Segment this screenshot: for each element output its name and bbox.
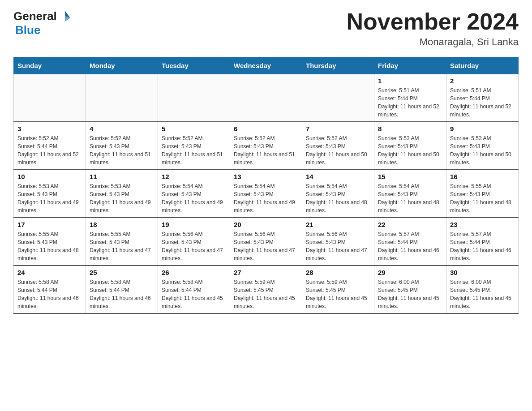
day-info: Sunrise: 5:58 AM Sunset: 5:44 PM Dayligh… [17,278,82,310]
day-number: 27 [234,269,298,276]
day-info: Sunrise: 5:55 AM Sunset: 5:43 PM Dayligh… [450,182,515,214]
calendar-cell: 12Sunrise: 5:54 AM Sunset: 5:43 PM Dayli… [158,170,230,218]
day-number: 16 [450,173,515,180]
day-number: 3 [17,125,82,133]
calendar-cell: 23Sunrise: 5:57 AM Sunset: 5:44 PM Dayli… [446,218,519,265]
day-number: 24 [17,269,82,276]
day-number: 15 [378,173,442,180]
day-number: 8 [378,125,442,133]
col-sunday: Sunday [14,57,86,74]
week-row-3: 10Sunrise: 5:53 AM Sunset: 5:43 PM Dayli… [14,170,519,218]
col-tuesday: Tuesday [158,57,230,74]
day-number: 19 [162,221,226,228]
calendar-cell: 16Sunrise: 5:55 AM Sunset: 5:43 PM Dayli… [446,170,519,218]
calendar-cell: 11Sunrise: 5:53 AM Sunset: 5:43 PM Dayli… [86,170,158,218]
calendar-cell: 28Sunrise: 5:59 AM Sunset: 5:45 PM Dayli… [302,265,374,313]
calendar-cell: 3Sunrise: 5:52 AM Sunset: 5:44 PM Daylig… [14,122,86,170]
day-info: Sunrise: 5:59 AM Sunset: 5:45 PM Dayligh… [234,278,298,310]
day-info: Sunrise: 5:57 AM Sunset: 5:44 PM Dayligh… [378,230,442,262]
calendar-cell: 22Sunrise: 5:57 AM Sunset: 5:44 PM Dayli… [374,218,446,265]
calendar-cell: 25Sunrise: 5:58 AM Sunset: 5:44 PM Dayli… [86,265,158,313]
day-number: 5 [162,125,226,133]
day-number: 13 [234,173,298,180]
day-number: 2 [450,77,515,85]
calendar-cell: 10Sunrise: 5:53 AM Sunset: 5:43 PM Dayli… [14,170,86,218]
day-info: Sunrise: 5:58 AM Sunset: 5:44 PM Dayligh… [162,278,226,310]
day-number: 11 [90,173,154,180]
day-number: 30 [450,269,515,276]
day-info: Sunrise: 5:54 AM Sunset: 5:43 PM Dayligh… [378,182,442,214]
day-info: Sunrise: 5:55 AM Sunset: 5:43 PM Dayligh… [90,230,154,262]
day-number: 14 [306,173,370,180]
calendar-cell [14,74,86,122]
page-title: November 2024 [347,9,519,34]
day-number: 6 [234,125,298,133]
calendar-cell: 26Sunrise: 5:58 AM Sunset: 5:44 PM Dayli… [158,265,230,313]
day-info: Sunrise: 6:00 AM Sunset: 5:45 PM Dayligh… [378,278,442,310]
day-info: Sunrise: 5:54 AM Sunset: 5:43 PM Dayligh… [306,182,370,214]
page-subtitle: Monaragala, Sri Lanka [347,36,519,48]
week-row-4: 17Sunrise: 5:55 AM Sunset: 5:43 PM Dayli… [14,218,519,265]
col-monday: Monday [86,57,158,74]
calendar-cell: 13Sunrise: 5:54 AM Sunset: 5:43 PM Dayli… [230,170,302,218]
calendar-cell [158,74,230,122]
col-wednesday: Wednesday [230,57,302,74]
calendar-cell [230,74,302,122]
day-number: 28 [306,269,370,276]
calendar-cell: 4Sunrise: 5:52 AM Sunset: 5:43 PM Daylig… [86,122,158,170]
day-number: 4 [90,125,154,133]
logo-blue-text: Blue [15,23,40,37]
day-info: Sunrise: 5:54 AM Sunset: 5:43 PM Dayligh… [162,182,226,214]
day-info: Sunrise: 5:52 AM Sunset: 5:44 PM Dayligh… [17,134,82,167]
day-info: Sunrise: 5:52 AM Sunset: 5:43 PM Dayligh… [162,134,226,167]
col-thursday: Thursday [302,57,374,74]
calendar-cell: 21Sunrise: 5:56 AM Sunset: 5:43 PM Dayli… [302,218,374,265]
calendar-cell [302,74,374,122]
calendar-cell: 19Sunrise: 5:56 AM Sunset: 5:43 PM Dayli… [158,218,230,265]
day-number: 21 [306,221,370,228]
col-saturday: Saturday [446,57,519,74]
day-number: 7 [306,125,370,133]
calendar-cell: 8Sunrise: 5:53 AM Sunset: 5:43 PM Daylig… [374,122,446,170]
day-info: Sunrise: 5:53 AM Sunset: 5:43 PM Dayligh… [90,182,154,214]
calendar-cell: 15Sunrise: 5:54 AM Sunset: 5:43 PM Dayli… [374,170,446,218]
day-info: Sunrise: 5:53 AM Sunset: 5:43 PM Dayligh… [17,182,82,214]
day-info: Sunrise: 5:56 AM Sunset: 5:43 PM Dayligh… [306,230,370,262]
day-number: 9 [450,125,515,133]
col-friday: Friday [374,57,446,74]
calendar-cell: 5Sunrise: 5:52 AM Sunset: 5:43 PM Daylig… [158,122,230,170]
calendar-cell: 6Sunrise: 5:52 AM Sunset: 5:43 PM Daylig… [230,122,302,170]
calendar-cell: 9Sunrise: 5:53 AM Sunset: 5:43 PM Daylig… [446,122,519,170]
day-info: Sunrise: 5:54 AM Sunset: 5:43 PM Dayligh… [234,182,298,214]
day-info: Sunrise: 5:59 AM Sunset: 5:45 PM Dayligh… [306,278,370,310]
calendar-cell: 29Sunrise: 6:00 AM Sunset: 5:45 PM Dayli… [374,265,446,313]
calendar-table: Sunday Monday Tuesday Wednesday Thursday… [13,57,519,314]
day-number: 25 [90,269,154,276]
week-row-2: 3Sunrise: 5:52 AM Sunset: 5:44 PM Daylig… [14,122,519,170]
calendar-header-row: Sunday Monday Tuesday Wednesday Thursday… [14,57,519,74]
day-number: 1 [378,77,442,85]
calendar-cell: 1Sunrise: 5:51 AM Sunset: 5:44 PM Daylig… [374,74,446,122]
calendar-cell: 24Sunrise: 5:58 AM Sunset: 5:44 PM Dayli… [14,265,86,313]
calendar-cell: 2Sunrise: 5:51 AM Sunset: 5:44 PM Daylig… [446,74,519,122]
page-header: General Blue November 2024 Monaragala, S… [13,9,519,48]
day-info: Sunrise: 5:52 AM Sunset: 5:43 PM Dayligh… [234,134,298,167]
day-info: Sunrise: 5:55 AM Sunset: 5:43 PM Dayligh… [17,230,82,262]
day-info: Sunrise: 5:53 AM Sunset: 5:43 PM Dayligh… [450,134,515,167]
day-info: Sunrise: 5:58 AM Sunset: 5:44 PM Dayligh… [90,278,154,310]
calendar-cell: 7Sunrise: 5:52 AM Sunset: 5:43 PM Daylig… [302,122,374,170]
day-info: Sunrise: 5:53 AM Sunset: 5:43 PM Dayligh… [378,134,442,167]
calendar-cell: 30Sunrise: 6:00 AM Sunset: 5:45 PM Dayli… [446,265,519,313]
day-number: 20 [234,221,298,228]
day-info: Sunrise: 5:56 AM Sunset: 5:43 PM Dayligh… [162,230,226,262]
day-info: Sunrise: 5:52 AM Sunset: 5:43 PM Dayligh… [90,134,154,167]
logo-icon [58,9,72,23]
day-number: 12 [162,173,226,180]
day-number: 23 [450,221,515,228]
week-row-5: 24Sunrise: 5:58 AM Sunset: 5:44 PM Dayli… [14,265,519,313]
day-number: 10 [17,173,82,180]
day-number: 18 [90,221,154,228]
calendar-cell: 17Sunrise: 5:55 AM Sunset: 5:43 PM Dayli… [14,218,86,265]
calendar-cell: 14Sunrise: 5:54 AM Sunset: 5:43 PM Dayli… [302,170,374,218]
day-number: 29 [378,269,442,276]
